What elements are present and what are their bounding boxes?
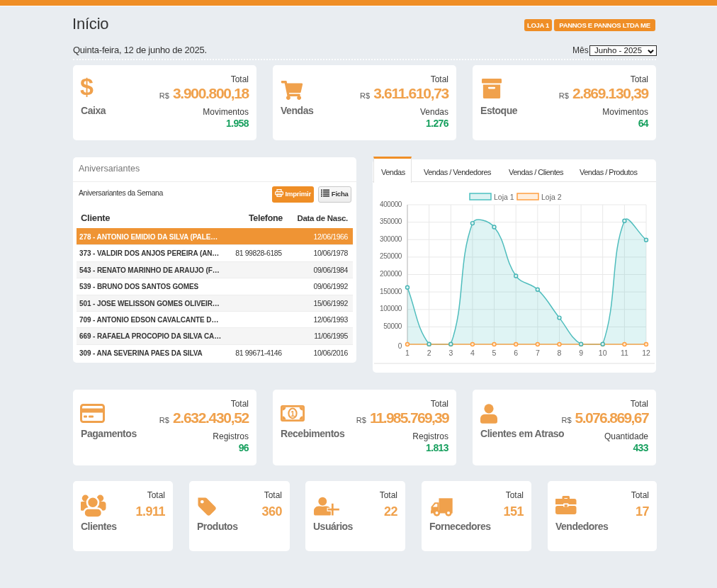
svg-text:150000: 150000 [380,288,402,295]
svg-text:100000: 100000 [380,305,402,312]
svg-text:2: 2 [427,349,431,357]
svg-text:350000: 350000 [380,217,402,225]
svg-text:400000: 400000 [380,200,402,208]
svg-text:Loja 2: Loja 2 [541,193,562,201]
svg-text:200000: 200000 [380,270,402,278]
svg-text:11: 11 [621,349,628,357]
svg-text:12: 12 [642,349,650,357]
svg-text:8: 8 [558,349,562,357]
svg-text:3: 3 [448,349,453,357]
svg-text:7: 7 [536,349,540,357]
svg-text:50000: 50000 [383,322,402,330]
svg-text:250000: 250000 [380,252,402,260]
svg-text:6: 6 [514,349,518,357]
svg-text:1: 1 [405,349,410,357]
svg-text:5: 5 [492,349,497,357]
svg-text:0: 0 [398,342,402,350]
svg-text:9: 9 [579,349,583,357]
svg-text:1: 1 [290,409,295,418]
svg-text:10: 10 [599,349,607,357]
svg-text:Loja 1: Loja 1 [494,193,514,201]
svg-text:300000: 300000 [380,235,402,243]
svg-text:4: 4 [470,349,475,357]
